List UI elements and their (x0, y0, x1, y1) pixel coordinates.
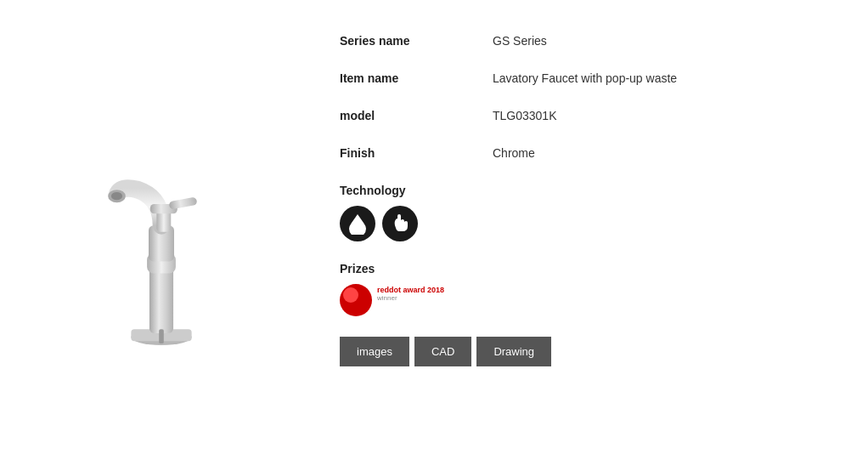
action-buttons: images CAD Drawing (340, 337, 868, 366)
water-drop-icon (340, 206, 375, 241)
technology-icons (340, 206, 868, 241)
svg-rect-9 (169, 197, 198, 210)
touch-icon (382, 206, 418, 241)
finish-value: Chrome (493, 146, 535, 160)
reddot-winner-text: winner (377, 294, 444, 302)
item-name-row: Item name Lavatory Faucet with pop-up wa… (340, 71, 868, 85)
prizes-section: Prizes reddot award 2018 winner (340, 262, 868, 316)
series-name-label: Series name (340, 34, 493, 48)
prizes-label: Prizes (340, 262, 868, 275)
series-name-row: Series name GS Series (340, 34, 868, 48)
reddot-text: reddot award 2018 winner (377, 286, 444, 302)
finish-row: Finish Chrome (340, 146, 868, 160)
product-details: Series name GS Series Item name Lavatory… (323, 26, 868, 366)
svg-rect-10 (159, 329, 164, 343)
reddot-award-text: reddot award 2018 (377, 286, 444, 294)
finish-label: Finish (340, 146, 493, 160)
item-name-value: Lavatory Faucet with pop-up waste (493, 71, 677, 85)
series-name-value: GS Series (493, 34, 547, 48)
prize-badge: reddot award 2018 winner (340, 284, 868, 316)
cad-button[interactable]: CAD (414, 337, 471, 366)
reddot-outer-circle (340, 284, 372, 316)
images-button[interactable]: images (340, 337, 409, 366)
item-name-label: Item name (340, 71, 493, 85)
reddot-badge-icon (340, 284, 372, 316)
technology-section: Technology (340, 184, 868, 241)
drawing-button[interactable]: Drawing (476, 337, 551, 366)
page-container: Series name GS Series Item name Lavatory… (0, 0, 868, 454)
reddot-inner-circle (343, 287, 358, 303)
model-row: model TLG03301K (340, 109, 868, 122)
product-image-area (0, 26, 323, 434)
model-label: model (340, 109, 493, 122)
technology-label: Technology (340, 184, 868, 197)
faucet-illustration (68, 102, 255, 357)
svg-point-6 (111, 192, 122, 200)
model-value: TLG03301K (493, 109, 557, 122)
